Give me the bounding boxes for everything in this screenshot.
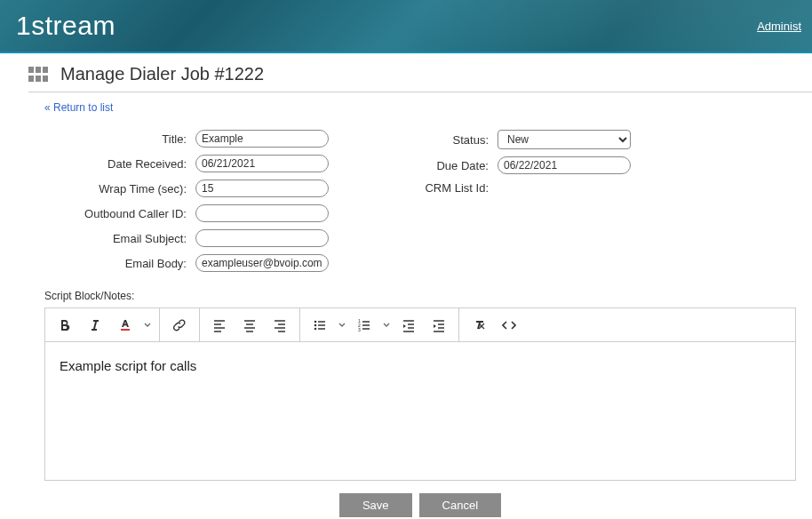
bullet-list-button[interactable] <box>307 313 332 338</box>
svg-point-18 <box>314 320 317 323</box>
page-title: Manage Dialer Job #1222 <box>60 64 264 84</box>
outdent-button[interactable] <box>396 313 421 338</box>
status-select[interactable]: New <box>498 130 631 149</box>
text-color-button[interactable] <box>113 313 138 338</box>
logo: 1stream <box>16 11 115 41</box>
title-input[interactable] <box>195 130 329 148</box>
svg-point-20 <box>314 327 317 330</box>
wrap-time-label: Wrap Time (sec): <box>44 182 187 196</box>
cancel-button[interactable]: Cancel <box>419 493 501 517</box>
page-heading: Manage Dialer Job #1222 <box>28 64 812 92</box>
align-left-button[interactable] <box>207 313 232 338</box>
email-body-input[interactable] <box>195 254 329 272</box>
due-date-label: Due Date: <box>382 159 489 172</box>
email-body-label: Email Body: <box>44 257 187 270</box>
code-view-button[interactable] <box>497 313 521 338</box>
svg-text:3: 3 <box>358 327 361 332</box>
script-block-label: Script Block/Notes: <box>44 290 796 302</box>
email-subject-label: Email Subject: <box>44 232 187 245</box>
title-label: Title: <box>44 132 187 146</box>
logo-text: 1stream <box>16 11 115 41</box>
app-header: 1stream Administ <box>0 0 812 53</box>
form-left-column: Title: Date Received: Wrap Time (sec): O… <box>44 130 329 272</box>
link-button[interactable] <box>167 313 192 338</box>
align-center-button[interactable] <box>237 313 262 338</box>
email-subject-input[interactable] <box>195 229 329 247</box>
return-to-list-link[interactable]: « Return to list <box>44 101 113 114</box>
numbered-list-caret[interactable] <box>382 313 391 338</box>
indent-button[interactable] <box>426 313 451 338</box>
align-right-button[interactable] <box>267 313 292 338</box>
numbered-list-button[interactable]: 123 <box>352 313 377 338</box>
clear-format-button[interactable] <box>466 313 491 338</box>
text-color-caret[interactable] <box>143 313 152 338</box>
svg-rect-5 <box>121 329 130 331</box>
status-label: Status: <box>382 133 489 147</box>
italic-button[interactable] <box>83 313 107 338</box>
crm-list-label: CRM List Id: <box>382 181 489 195</box>
svg-point-19 <box>314 323 317 326</box>
due-date-input[interactable] <box>498 156 631 174</box>
editor-toolbar: 123 <box>45 308 795 342</box>
outbound-caller-input[interactable] <box>195 204 329 222</box>
outbound-caller-label: Outbound Caller ID: <box>44 207 187 220</box>
admin-link[interactable]: Administ <box>757 20 801 33</box>
content-area: Manage Dialer Job #1222 « Return to list… <box>0 53 812 517</box>
date-received-label: Date Received: <box>44 157 187 171</box>
rich-text-editor: 123 <box>44 307 796 481</box>
grid-icon <box>28 67 50 83</box>
form-right-column: Status: New Due Date: CRM List Id: <box>382 130 631 272</box>
bullet-list-caret[interactable] <box>338 313 346 338</box>
wrap-time-input[interactable] <box>195 180 329 197</box>
bold-button[interactable] <box>52 313 77 338</box>
save-button[interactable]: Save <box>339 493 412 517</box>
editor-body[interactable]: Example script for calls <box>45 342 795 480</box>
date-received-input[interactable] <box>195 155 329 172</box>
